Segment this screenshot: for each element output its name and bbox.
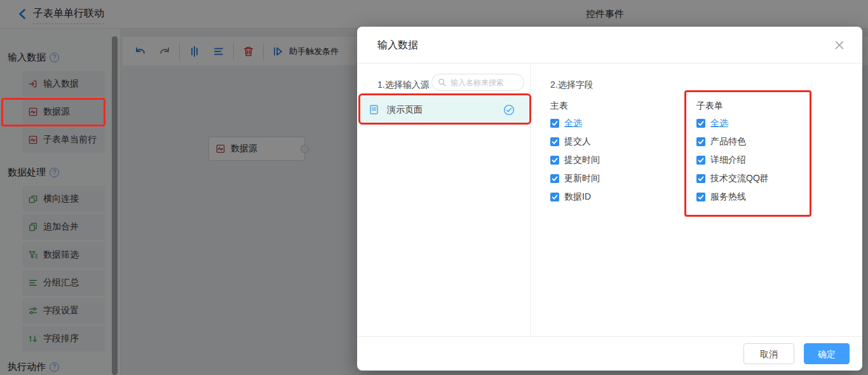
field-checkbox-row[interactable]: 服务热线 (696, 192, 836, 202)
select-all-link[interactable]: 全选 (564, 118, 582, 129)
checkbox-checked[interactable] (550, 174, 559, 183)
checkbox-checked[interactable] (550, 119, 559, 128)
sub-select-all-row[interactable]: 全选 (696, 118, 836, 128)
fields-panel: 2.选择字段 主表 全选 提交人 提交时间 (531, 64, 862, 336)
checkbox-checked[interactable] (696, 156, 705, 165)
field-label: 提交时间 (564, 154, 600, 166)
source-item-label: 演示页面 (387, 104, 496, 116)
input-data-dialog: 输入数据 1.选择输入源 演示页面 (357, 27, 862, 371)
screen: 子表单单行联动 控件事件 输入数据 ? 输入数据 数据源 (0, 0, 868, 375)
step1-label: 1.选择输入源 (377, 79, 430, 91)
document-icon (369, 104, 379, 115)
dialog-header: 输入数据 (357, 27, 862, 64)
check-circle-icon (503, 104, 515, 116)
field-checkbox-row[interactable]: 提交时间 (550, 155, 677, 165)
field-label: 技术交流QQ群 (710, 173, 769, 184)
field-label: 数据ID (564, 191, 591, 203)
dialog-footer: 取消 确定 (357, 336, 862, 371)
search-input[interactable] (431, 74, 524, 91)
field-label: 产品特色 (710, 136, 746, 147)
dialog-title: 输入数据 (377, 27, 418, 64)
checkbox-checked[interactable] (696, 174, 705, 183)
cancel-button[interactable]: 取消 (743, 343, 794, 364)
sub-table-heading: 子表单 (696, 100, 836, 112)
field-checkbox-row[interactable]: 提交人 (550, 137, 677, 147)
confirm-button[interactable]: 确定 (804, 343, 850, 364)
field-label: 详细介绍 (710, 154, 746, 166)
main-table-heading: 主表 (550, 100, 677, 112)
step2-label: 2.选择字段 (550, 79, 593, 91)
main-select-all-row[interactable]: 全选 (550, 118, 677, 128)
field-checkbox-row[interactable]: 技术交流QQ群 (696, 174, 836, 184)
field-checkbox-row[interactable]: 产品特色 (696, 137, 836, 147)
field-label: 提交人 (564, 136, 591, 147)
checkbox-checked[interactable] (696, 119, 705, 128)
source-search (431, 74, 524, 91)
checkbox-checked[interactable] (696, 137, 705, 146)
source-panel: 1.选择输入源 演示页面 (357, 64, 531, 336)
dialog-body: 1.选择输入源 演示页面 2. (357, 64, 862, 336)
checkbox-checked[interactable] (696, 193, 705, 201)
select-all-link[interactable]: 全选 (710, 118, 728, 129)
field-checkbox-row[interactable]: 更新时间 (550, 174, 677, 184)
checkbox-checked[interactable] (550, 193, 559, 201)
sub-table-column: 子表单 全选 产品特色 详细介绍 技术交流QQ (696, 100, 836, 210)
field-label: 更新时间 (564, 173, 600, 184)
field-label: 服务热线 (710, 191, 746, 203)
checkbox-checked[interactable] (550, 156, 559, 165)
main-table-column: 主表 全选 提交人 提交时间 更新时间 (550, 100, 677, 210)
close-icon[interactable] (833, 39, 846, 51)
field-checkbox-row[interactable]: 详细介绍 (696, 155, 836, 165)
checkbox-checked[interactable] (550, 137, 559, 146)
field-checkbox-row[interactable]: 数据ID (550, 192, 677, 202)
source-item-demo-page[interactable]: 演示页面 (358, 97, 529, 123)
